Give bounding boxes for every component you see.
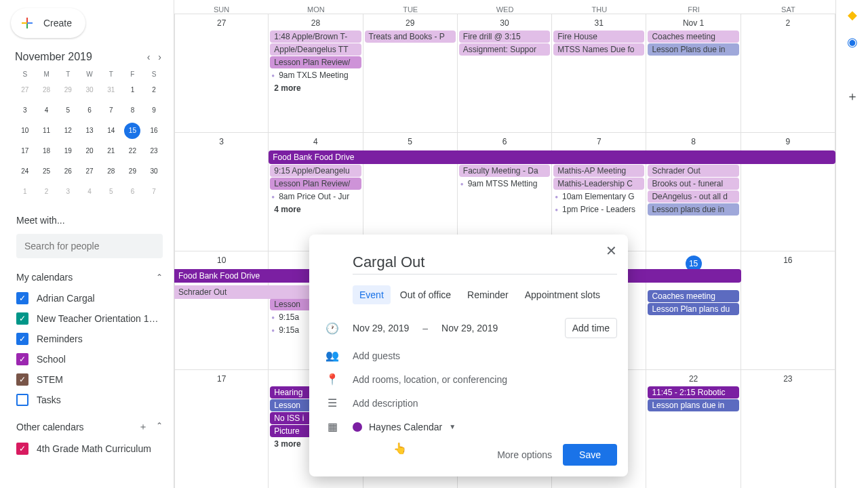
mini-day[interactable]: 12 <box>60 123 76 139</box>
event-chip[interactable]: 1pm Price - Leaders <box>553 203 644 216</box>
calendar-item[interactable]: Tasks <box>16 390 163 410</box>
mini-day[interactable]: 2 <box>146 82 162 98</box>
mini-day[interactable]: 16 <box>146 123 162 139</box>
event-end-date[interactable]: Nov 29, 2019 <box>441 323 498 333</box>
day-cell[interactable]: Nov 1Coaches meetingLesson Plans due in <box>646 14 741 132</box>
calendar-checkbox[interactable]: ✓ <box>16 312 28 325</box>
mini-day[interactable]: 23 <box>146 143 162 159</box>
mini-day[interactable]: 14 <box>103 123 119 139</box>
mini-day[interactable]: 31 <box>103 82 119 98</box>
mini-day[interactable]: 9 <box>146 102 162 119</box>
mini-day[interactable]: 18 <box>39 143 55 159</box>
event-chip[interactable]: Assignment: Suppor <box>459 43 550 56</box>
chevron-up-icon[interactable]: ⌃ <box>156 421 163 433</box>
mini-day[interactable]: 26 <box>60 163 76 180</box>
day-cell[interactable]: 2211:45 - 2:15 RoboticLesson plans due i… <box>646 370 741 488</box>
mini-day[interactable]: 7 <box>146 184 162 200</box>
event-title-input[interactable] <box>353 248 617 274</box>
event-chip[interactable]: Fire House <box>553 30 644 43</box>
add-calendar-icon[interactable]: ＋ <box>138 421 148 433</box>
day-cell[interactable]: 23 <box>741 370 835 488</box>
day-cell[interactable]: 2 <box>741 14 835 132</box>
calendar-item[interactable]: ✓School <box>16 349 163 369</box>
search-people-input[interactable] <box>16 234 163 258</box>
tasks-icon[interactable]: ◉ <box>846 35 859 49</box>
mini-day[interactable]: 5 <box>60 102 76 119</box>
create-button[interactable]: Create <box>11 8 85 38</box>
day-cell[interactable]: 31Fire HouseMTSS Names Due fo <box>552 14 646 132</box>
mini-day[interactable]: 7 <box>103 102 119 119</box>
mini-day[interactable]: 11 <box>39 123 55 139</box>
mini-day[interactable]: 22 <box>124 143 140 159</box>
mini-day[interactable]: 3 <box>17 102 33 119</box>
calendar-item[interactable]: ✓Reminders <box>16 329 163 349</box>
event-chip[interactable]: Schrader Out <box>648 165 738 177</box>
event-chip[interactable]: MTSS Names Due fo <box>553 43 644 56</box>
event-chip[interactable]: 1:48 Apple/Brown T- <box>270 30 361 43</box>
keep-icon[interactable]: ◆ <box>846 8 859 22</box>
add-description-input[interactable]: Add description <box>353 398 617 409</box>
day-cell[interactable]: 281:48 Apple/Brown T-Apple/Deangelus TTL… <box>269 14 363 132</box>
event-chip[interactable]: Lesson Plan Review/ <box>270 178 361 190</box>
event-chip[interactable]: Fire drill @ 3:15 <box>459 30 550 43</box>
mini-day[interactable]: 30 <box>146 163 162 180</box>
close-icon[interactable]: ✕ <box>606 243 617 259</box>
day-cell[interactable]: 30Fire drill @ 3:15Assignment: Suppor <box>458 14 552 132</box>
mini-day[interactable]: 10 <box>17 123 33 139</box>
mini-day[interactable]: 28 <box>103 163 119 180</box>
other-calendars-title[interactable]: Other calendars <box>16 422 84 432</box>
event-start-date[interactable]: Nov 29, 2019 <box>353 323 409 333</box>
mini-day[interactable]: 19 <box>60 143 76 159</box>
day-cell[interactable]: 16 <box>741 251 835 369</box>
add-time-button[interactable]: Add time <box>565 318 617 338</box>
event-chip[interactable]: Treats and Books - P <box>365 30 456 43</box>
mini-day[interactable]: 24 <box>17 163 33 180</box>
day-cell[interactable]: 17 <box>174 370 269 488</box>
mini-day[interactable]: 4 <box>81 184 98 200</box>
calendar-checkbox[interactable]: ✓ <box>16 333 28 345</box>
more-events[interactable]: 4 more <box>270 203 361 216</box>
mini-day[interactable]: 29 <box>60 82 76 98</box>
event-type-tab[interactable]: Event <box>353 285 391 304</box>
mini-day[interactable]: 28 <box>39 82 55 98</box>
event-chip[interactable]: Mathis-AP Meeting <box>553 165 644 177</box>
calendar-checkbox[interactable]: ✓ <box>16 443 28 455</box>
day-cell[interactable]: 3 <box>174 133 269 251</box>
add-addon-icon[interactable]: ＋ <box>846 89 859 103</box>
event-type-tab[interactable]: Out of office <box>393 285 458 304</box>
save-button[interactable]: Save <box>563 444 617 466</box>
event-chip[interactable]: Coaches meeting <box>648 290 738 302</box>
event-chip[interactable]: Lesson Plan plans du <box>648 303 738 315</box>
event-chip[interactable]: Lesson plans due in <box>648 399 738 411</box>
mini-day[interactable]: 29 <box>124 163 140 180</box>
event-chip[interactable]: Brooks out - funeral <box>648 178 738 190</box>
mini-day[interactable]: 27 <box>81 163 98 180</box>
event-chip[interactable]: Apple/Deangelus TT <box>270 43 361 56</box>
event-chip[interactable]: DeAngelus - out all d <box>648 190 738 203</box>
mini-day[interactable]: 6 <box>81 102 98 119</box>
add-location-input[interactable]: Add rooms, location, or conferencing <box>353 374 617 385</box>
day-cell[interactable]: 27 <box>174 14 269 132</box>
mini-day[interactable]: 25 <box>39 163 55 180</box>
calendar-item[interactable]: ✓Adrian Cargal <box>16 288 163 308</box>
mini-day[interactable]: 2 <box>39 184 55 200</box>
mini-day[interactable]: 3 <box>60 184 76 200</box>
mini-day[interactable]: 1 <box>17 184 33 200</box>
event-chip[interactable]: 11:45 - 2:15 Robotic <box>648 386 738 399</box>
calendar-checkbox[interactable]: ✓ <box>16 353 28 365</box>
calendar-checkbox[interactable] <box>16 394 28 406</box>
calendar-checkbox[interactable]: ✓ <box>16 373 28 386</box>
mini-day[interactable]: 6 <box>124 184 140 200</box>
event-type-tab[interactable]: Appointment slots <box>518 285 607 304</box>
mini-day[interactable]: 4 <box>39 102 55 119</box>
event-chip[interactable]: 9am MTSS Metting <box>459 178 550 190</box>
mini-prev-icon[interactable]: ‹ <box>144 49 153 65</box>
event-chip[interactable]: 10am Elementary G <box>553 190 644 203</box>
calendar-select[interactable]: Haynes Calendar ▼ <box>353 422 456 432</box>
more-options-button[interactable]: More options <box>497 449 552 460</box>
event-chip[interactable]: Lesson Plan Review/ <box>270 56 361 68</box>
mini-day[interactable]: 1 <box>124 82 140 98</box>
calendar-item[interactable]: ✓STEM <box>16 369 163 390</box>
calendar-item[interactable]: ✓New Teacher Orientation 1… <box>16 308 163 329</box>
add-guests-input[interactable]: Add guests <box>353 350 617 361</box>
